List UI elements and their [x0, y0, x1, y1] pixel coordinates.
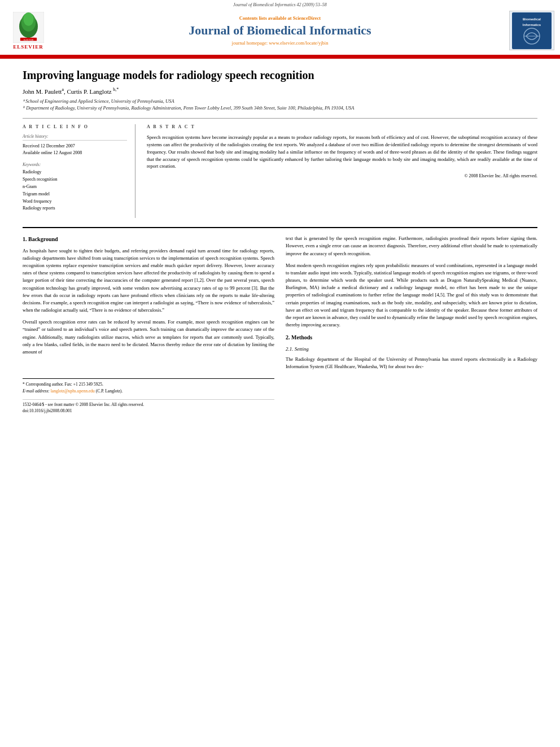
body-columns: 1. Background As hospitals have sought t… [23, 235, 537, 414]
keyword-ngram: n-Gram [23, 184, 127, 191]
body-col2-p1: text that is generated by the speech rec… [286, 235, 537, 257]
footer-text: 1532-0464/$ - see front matter © 2008 El… [23, 401, 274, 408]
affiliation-a: ᵃ School of Engineering and Applied Scie… [23, 98, 537, 105]
article-info-column: A R T I C L E I N F O Article history: R… [23, 124, 135, 218]
article-title: Improving language models for radiology … [23, 68, 537, 82]
body-col-right: text that is generated by the speech rec… [286, 235, 537, 414]
abstract-copyright: © 2008 Elsevier Inc. All rights reserved… [147, 173, 537, 178]
body-col-left: 1. Background As hospitals have sought t… [23, 235, 274, 414]
affiliations: ᵃ School of Engineering and Applied Scie… [23, 98, 537, 112]
keywords-block: Keywords: Radiology Speech recognition n… [23, 162, 127, 212]
footnote-email: E-mail address: langlotz@uphs.upenn.edu … [23, 388, 274, 395]
body-col2-p3: The Radiology department of the Hospital… [286, 356, 537, 370]
journal-title-block: Contents lists available at ScienceDirec… [51, 15, 509, 46]
article-info-label: A R T I C L E I N F O [23, 124, 127, 129]
received-date: Received 12 December 2007 [23, 143, 127, 150]
affiliation-b: ᵇ Department of Radiology, University of… [23, 105, 537, 112]
svg-point-4 [23, 12, 33, 25]
keyword-radiology-reports: Radiology reports [23, 205, 127, 212]
body-section: 1. Background As hospitals have sought t… [23, 227, 537, 414]
footnote-corresponding: * Corresponding author. Fax: +1 215 349 … [23, 381, 274, 388]
keyword-speech: Speech recognition [23, 176, 127, 184]
abstract-text: Speech recognition systems have become i… [147, 134, 537, 170]
svg-text:Informatics: Informatics [523, 23, 541, 27]
footnote-section: * Corresponding author. Fax: +1 215 349 … [23, 378, 274, 414]
elsevier-tree-icon: ELSEVIER [13, 12, 44, 43]
red-divider [0, 56, 560, 59]
section2-1-heading: 2.1. Setting [286, 346, 537, 353]
journal-name: Journal of Biomedical Informatics [51, 23, 509, 38]
header-main: ELSEVIER ELSEVIER Contents lists availab… [0, 8, 560, 53]
abstract-label: A B S T R A C T [147, 124, 537, 129]
sciencedirect-link: Contents lists available at ScienceDirec… [51, 15, 509, 21]
citation-line: Journal of Biomedical Informatics 42 (20… [0, 0, 560, 8]
journal-logo-right: Biomedical Informatics [509, 11, 554, 50]
elsevier-brand-text: ELSEVIER [13, 44, 43, 50]
abstract-column: A B S T R A C T Speech recognition syste… [147, 124, 537, 218]
keyword-trigram: Trigram model [23, 191, 127, 198]
article-section: Improving language models for radiology … [0, 68, 560, 414]
info-abstract-columns: A R T I C L E I N F O Article history: R… [23, 118, 537, 218]
biomedical-informatics-logo-icon: Biomedical Informatics [512, 12, 552, 49]
svg-text:Biomedical: Biomedical [523, 18, 541, 21]
section2-heading: 2. Methods [286, 333, 537, 342]
footer-doi: doi:10.1016/j.jbi2008.08.001 [23, 408, 274, 414]
journal-header: Journal of Biomedical Informatics 42 (20… [0, 0, 560, 56]
svg-text:ELSEVIER: ELSEVIER [23, 39, 33, 41]
body-col2-p2: Most modern speech recognition engines r… [286, 262, 537, 329]
body-col1-p2: Overall speech recognition error rates c… [23, 318, 274, 356]
authors-line: John M. Pauletta, Curtis P. Langlotz b,* [23, 87, 537, 95]
article-footer: 1532-0464/$ - see front matter © 2008 El… [23, 399, 274, 414]
history-label: Article history: [23, 134, 127, 141]
keywords-label: Keywords: [23, 162, 127, 167]
keyword-radiology: Radiology [23, 169, 127, 176]
body-col1-p1: As hospitals have sought to tighten thei… [23, 247, 274, 314]
footnote-divider: * Corresponding author. Fax: +1 215 349 … [23, 378, 274, 395]
available-date: Available online 12 August 2008 [23, 150, 127, 156]
keyword-word-freq: Word frequency [23, 198, 127, 206]
article-history-block: Article history: Received 12 December 20… [23, 134, 127, 156]
section1-heading: 1. Background [23, 235, 274, 244]
journal-homepage: journal homepage: www.elsevier.com/locat… [51, 40, 509, 46]
elsevier-logo: ELSEVIER ELSEVIER [6, 12, 51, 50]
